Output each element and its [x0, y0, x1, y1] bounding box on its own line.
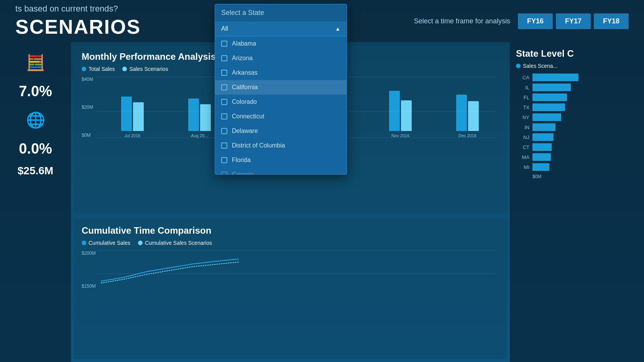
dropdown-item-delaware[interactable]: Delaware — [215, 124, 347, 138]
dropdown-item-colorado[interactable]: Colorado — [215, 95, 347, 109]
checkbox-delaware[interactable] — [221, 128, 227, 134]
dropdown-item-dc[interactable]: District of Columbia — [215, 138, 347, 153]
checkbox-dc[interactable] — [221, 143, 227, 149]
state-dropdown[interactable]: Select a State All ▲ Alabama Arizona Ark… — [215, 4, 347, 175]
checkbox-georgia[interactable] — [221, 172, 227, 174]
dropdown-item-connecticut[interactable]: Connecticut — [215, 109, 347, 124]
dropdown-header: Select a State — [215, 4, 347, 21]
checkbox-alabama[interactable] — [221, 41, 227, 47]
checkbox-arkansas[interactable] — [221, 70, 227, 76]
dropdown-label-arkansas: Arkansas — [232, 69, 258, 76]
selected-text: All — [221, 25, 228, 32]
dropdown-item-arizona[interactable]: Arizona — [215, 51, 347, 66]
dropdown-item-california[interactable]: California 👈 — [215, 80, 347, 95]
checkbox-arizona[interactable] — [221, 55, 227, 61]
dropdown-item-florida[interactable]: Florida — [215, 153, 347, 167]
dropdown-label-california: California — [232, 84, 258, 91]
dropdown-label-arizona: Arizona — [232, 55, 253, 62]
chevron-up-icon: ▲ — [335, 26, 340, 32]
dropdown-item-arkansas[interactable]: Arkansas — [215, 66, 347, 80]
checkbox-colorado[interactable] — [221, 99, 227, 105]
dropdown-list[interactable]: Alabama Arizona Arkansas California 👈 Co… — [215, 36, 347, 174]
dropdown-label-delaware: Delaware — [232, 128, 258, 134]
dropdown-item-georgia[interactable]: Georgia — [215, 167, 347, 174]
dropdown-label-dc: District of Columbia — [232, 142, 285, 149]
dropdown-label-colorado: Colorado — [232, 98, 257, 105]
dropdown-label-georgia: Georgia — [232, 171, 254, 174]
dropdown-label-alabama: Alabama — [232, 40, 256, 47]
checkbox-connecticut[interactable] — [221, 113, 227, 120]
dropdown-overlay: Select a State All ▲ Alabama Arizona Ark… — [0, 0, 644, 362]
dropdown-label-connecticut: Connecticut — [232, 113, 264, 120]
checkbox-california[interactable] — [221, 84, 227, 90]
dropdown-selected-value[interactable]: All ▲ — [215, 21, 347, 36]
dropdown-label-florida: Florida — [232, 157, 251, 164]
checkbox-florida[interactable] — [221, 157, 227, 163]
dropdown-item-alabama[interactable]: Alabama — [215, 36, 347, 51]
